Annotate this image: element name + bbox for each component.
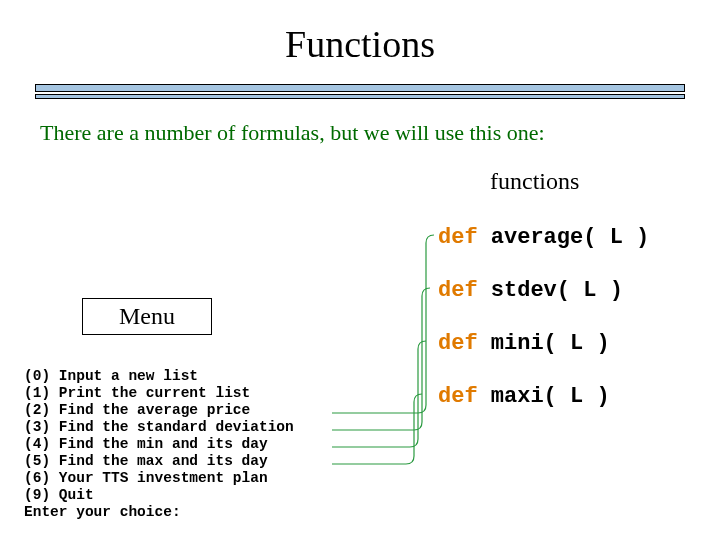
fn-average: def average( L ) bbox=[438, 225, 649, 250]
fn-sig-stdev: stdev( L ) bbox=[478, 278, 623, 303]
def-keyword: def bbox=[438, 331, 478, 356]
fn-sig-average: average( L ) bbox=[478, 225, 650, 250]
def-keyword: def bbox=[438, 384, 478, 409]
intro-text: There are a number of formulas, but we w… bbox=[40, 120, 545, 146]
def-keyword: def bbox=[438, 278, 478, 303]
fn-maxi: def maxi( L ) bbox=[438, 384, 610, 409]
fn-sig-maxi: maxi( L ) bbox=[478, 384, 610, 409]
slide-title: Functions bbox=[0, 22, 720, 66]
fn-stdev: def stdev( L ) bbox=[438, 278, 623, 303]
menu-label-box: Menu bbox=[82, 298, 212, 335]
menu-list: (0) Input a new list (1) Print the curre… bbox=[24, 368, 294, 521]
functions-heading: functions bbox=[490, 168, 579, 195]
fn-mini: def mini( L ) bbox=[438, 331, 610, 356]
fn-sig-mini: mini( L ) bbox=[478, 331, 610, 356]
def-keyword: def bbox=[438, 225, 478, 250]
title-divider bbox=[35, 84, 685, 99]
